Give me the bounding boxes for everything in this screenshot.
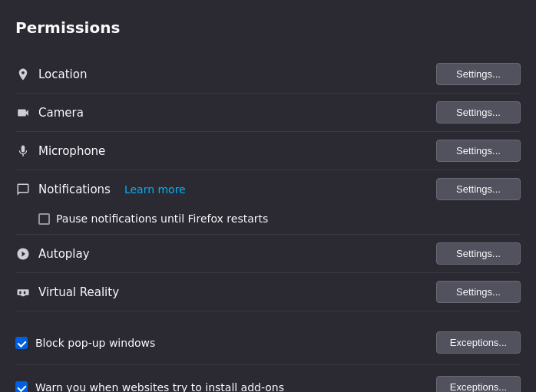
autoplay-label: Autoplay (38, 247, 90, 261)
permission-row-autoplay: Autoplay Settings... (15, 235, 521, 273)
notifications-header: Notifications Learn more Settings... (15, 178, 521, 208)
location-settings-button[interactable]: Settings... (436, 63, 521, 85)
camera-settings-button[interactable]: Settings... (436, 101, 521, 124)
microphone-label: Microphone (38, 144, 105, 158)
autoplay-icon (15, 246, 31, 262)
warn-addons-checkbox[interactable] (15, 381, 28, 393)
notifications-settings-button[interactable]: Settings... (436, 178, 521, 200)
page-title: Permissions (15, 18, 521, 37)
vr-label: Virtual Reality (38, 285, 119, 299)
vr-settings-button[interactable]: Settings... (436, 281, 521, 303)
microphone-icon (15, 143, 31, 159)
camera-icon (15, 105, 31, 120)
location-icon (15, 67, 31, 82)
permission-row-location: Location Settings... (15, 55, 521, 94)
vr-icon (15, 285, 31, 300)
pause-notifications-label: Pause notifications until Firefox restar… (56, 212, 268, 225)
notifications-section: Notifications Learn more Settings... Pau… (15, 170, 521, 235)
notifications-label: Notifications (38, 183, 111, 196)
block-popups-checkbox[interactable] (15, 337, 28, 349)
permission-row-microphone: Microphone Settings... (15, 132, 521, 170)
warn-addons-exceptions-button[interactable]: Exceptions... (436, 376, 521, 392)
warn-addons-label: Warn you when websites try to install ad… (35, 381, 284, 393)
location-label: Location (38, 68, 87, 81)
permission-row-vr: Virtual Reality Settings... (15, 273, 521, 311)
permission-row-camera: Camera Settings... (15, 94, 521, 132)
warn-addons-row: Warn you when websites try to install ad… (15, 365, 521, 392)
microphone-settings-button[interactable]: Settings... (436, 140, 521, 162)
notifications-learn-more-link[interactable]: Learn more (124, 183, 186, 196)
autoplay-settings-button[interactable]: Settings... (436, 242, 521, 265)
block-popups-exceptions-button[interactable]: Exceptions... (436, 331, 521, 354)
block-popups-label: Block pop-up windows (35, 337, 155, 349)
block-popups-row: Block pop-up windows Exceptions... (15, 321, 521, 365)
pause-notifications-checkbox[interactable] (38, 213, 50, 225)
pause-notifications-row: Pause notifications until Firefox restar… (15, 208, 521, 234)
camera-label: Camera (38, 106, 84, 120)
notifications-icon (15, 182, 31, 197)
